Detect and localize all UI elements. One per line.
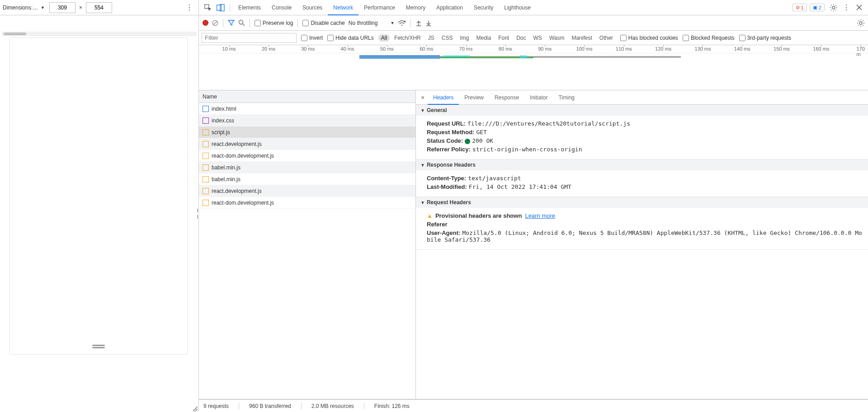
svg-point-6 bbox=[239, 20, 243, 24]
tab-elements[interactable]: Elements bbox=[233, 0, 266, 15]
invert-checkbox[interactable]: Invert bbox=[301, 35, 323, 41]
request-name: babel.min.js bbox=[212, 176, 241, 183]
network-conditions-icon[interactable] bbox=[398, 20, 406, 26]
clear-icon[interactable] bbox=[212, 20, 218, 26]
blocked-requests-checkbox[interactable]: Blocked Requests bbox=[683, 35, 735, 41]
filter-type-font[interactable]: Font bbox=[495, 34, 512, 42]
request-name: react.development.js bbox=[212, 141, 262, 147]
name-column-header[interactable]: Name bbox=[199, 90, 415, 103]
close-details-icon[interactable]: × bbox=[418, 94, 428, 101]
viewport-frame[interactable] bbox=[10, 38, 187, 354]
issues-badge[interactable]: ▣2 bbox=[810, 4, 825, 11]
general-section-header[interactable]: ▼General bbox=[416, 105, 868, 116]
network-filter-bar: Invert Hide data URLs AllFetch/XHRJSCSSI… bbox=[199, 31, 868, 45]
svg-rect-2 bbox=[220, 4, 224, 11]
timeline-tick: 40 ms bbox=[341, 46, 354, 52]
timeline-tick: 160 ms bbox=[813, 46, 829, 52]
filter-input[interactable] bbox=[202, 33, 297, 43]
network-timeline[interactable]: 10 ms20 ms30 ms40 ms50 ms60 ms70 ms80 ms… bbox=[199, 45, 868, 90]
third-party-checkbox[interactable]: 3rd-party requests bbox=[739, 35, 791, 41]
x-separator: × bbox=[79, 5, 82, 11]
upload-har-icon[interactable] bbox=[415, 20, 422, 26]
tab-network[interactable]: Network bbox=[328, 0, 359, 15]
request-row[interactable]: react.development.js bbox=[199, 185, 415, 197]
user-agent-key: User-Agent: bbox=[427, 229, 460, 236]
request-row[interactable]: babel.min.js bbox=[199, 173, 415, 185]
filter-type-other[interactable]: Other bbox=[597, 34, 616, 42]
learn-more-link[interactable]: Learn more bbox=[525, 212, 555, 219]
download-har-icon[interactable] bbox=[425, 20, 432, 26]
last-modified-key: Last-Modified: bbox=[427, 183, 467, 190]
filter-type-css[interactable]: CSS bbox=[439, 34, 456, 42]
request-row[interactable]: react-dom.development.js bbox=[199, 150, 415, 162]
filter-type-ws[interactable]: WS bbox=[531, 34, 545, 42]
disable-cache-checkbox[interactable]: Disable cache bbox=[302, 20, 344, 26]
height-input[interactable] bbox=[86, 2, 112, 13]
resize-corner-icon[interactable] bbox=[191, 405, 198, 411]
devtools-tabbar: ElementsConsoleSourcesNetworkPerformance… bbox=[199, 0, 868, 15]
detail-tab-initiator[interactable]: Initiator bbox=[524, 90, 553, 105]
throttle-dropdown[interactable]: No throttling▼ bbox=[349, 20, 395, 26]
hide-data-urls-checkbox[interactable]: Hide data URLs bbox=[327, 35, 374, 41]
timeline-tick: 120 ms bbox=[655, 46, 671, 52]
filter-type-doc[interactable]: Doc bbox=[514, 34, 528, 42]
more-icon[interactable]: ⋮ bbox=[840, 3, 853, 12]
tab-lighthouse[interactable]: Lighthouse bbox=[499, 0, 536, 15]
device-mode-icon[interactable] bbox=[214, 1, 227, 14]
request-row[interactable]: react-dom.development.js bbox=[199, 197, 415, 209]
tab-memory[interactable]: Memory bbox=[401, 0, 431, 15]
status-code-value: 200 OK bbox=[472, 137, 493, 144]
resize-handle-bottom[interactable] bbox=[92, 347, 105, 348]
timeline-tick: 170 m bbox=[857, 46, 865, 57]
filter-type-wasm[interactable]: Wasm bbox=[547, 34, 567, 42]
last-modified-value: Fri, 14 Oct 2022 17:41:04 GMT bbox=[469, 183, 571, 190]
status-dot-icon bbox=[465, 139, 470, 144]
request-row[interactable]: script.js bbox=[199, 126, 415, 138]
tab-application[interactable]: Application bbox=[431, 0, 468, 15]
errors-badge[interactable]: ⊘1 bbox=[793, 4, 807, 11]
tab-sources[interactable]: Sources bbox=[297, 0, 328, 15]
request-headers-section-header[interactable]: ▼Request Headers bbox=[416, 197, 868, 208]
device-preview bbox=[0, 15, 198, 412]
detail-tab-timing[interactable]: Timing bbox=[553, 90, 580, 105]
filter-type-manifest[interactable]: Manifest bbox=[569, 34, 594, 42]
width-input[interactable] bbox=[49, 2, 75, 13]
transferred-size: 960 B transferred bbox=[249, 403, 302, 409]
filter-type-js[interactable]: JS bbox=[425, 34, 437, 42]
tab-security[interactable]: Security bbox=[468, 0, 499, 15]
timeline-tick: 30 ms bbox=[301, 46, 315, 52]
has-blocked-cookies-checkbox[interactable]: Has blocked cookies bbox=[620, 35, 678, 41]
filter-type-all[interactable]: All bbox=[378, 34, 390, 42]
detail-tab-preview[interactable]: Preview bbox=[459, 90, 489, 105]
gear-icon[interactable] bbox=[827, 1, 840, 14]
split-grip-icon[interactable] bbox=[196, 209, 199, 219]
filter-type-media[interactable]: Media bbox=[473, 34, 494, 42]
filter-type-fetch-xhr[interactable]: Fetch/XHR bbox=[392, 34, 424, 42]
timeline-tick: 10 ms bbox=[222, 46, 236, 52]
svg-line-7 bbox=[243, 24, 245, 26]
tab-console[interactable]: Console bbox=[266, 0, 297, 15]
filter-type-img[interactable]: Img bbox=[457, 34, 472, 42]
request-row[interactable]: index.css bbox=[199, 115, 415, 126]
timeline-tick: 110 ms bbox=[616, 46, 632, 52]
search-icon[interactable] bbox=[238, 19, 245, 26]
close-icon[interactable] bbox=[853, 1, 865, 14]
request-row[interactable]: react.development.js bbox=[199, 138, 415, 150]
gear-icon[interactable] bbox=[857, 19, 864, 27]
dimensions-dropdown[interactable]: Dimensions:… ▼ bbox=[3, 5, 45, 11]
request-row[interactable]: babel.min.js bbox=[199, 162, 415, 173]
detail-tab-response[interactable]: Response bbox=[489, 90, 524, 105]
resize-handle-bottom[interactable] bbox=[92, 345, 105, 346]
request-row[interactable]: index.html bbox=[199, 103, 415, 115]
horizontal-scrollbar[interactable] bbox=[2, 32, 197, 36]
svg-line-5 bbox=[213, 21, 217, 25]
preserve-log-checkbox[interactable]: Preserve log bbox=[255, 20, 293, 26]
js-file-icon bbox=[203, 153, 209, 159]
more-options-icon[interactable]: ⋮ bbox=[183, 3, 196, 12]
filter-icon[interactable] bbox=[228, 19, 235, 26]
tab-performance[interactable]: Performance bbox=[359, 0, 401, 15]
inspect-icon[interactable] bbox=[202, 1, 214, 14]
detail-tab-headers[interactable]: Headers bbox=[428, 90, 459, 105]
response-headers-section-header[interactable]: ▼Response Headers bbox=[416, 159, 868, 170]
record-icon[interactable] bbox=[203, 20, 208, 26]
